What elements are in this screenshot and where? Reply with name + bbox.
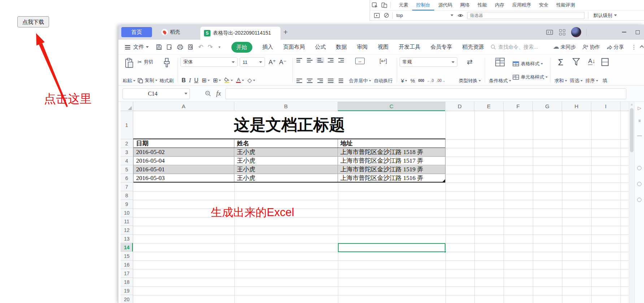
column-header-D[interactable]: D: [445, 102, 474, 111]
customize-toolbar-chevron-icon[interactable]: [218, 47, 221, 48]
thousand-separator-icon[interactable]: 000: [418, 79, 424, 83]
tab-list-icon[interactable]: [546, 30, 553, 35]
ribbon-tab-数据[interactable]: 数据: [336, 44, 347, 50]
download-button[interactable]: 点我下载: [17, 16, 49, 27]
row-header-14[interactable]: 14: [121, 243, 133, 252]
align-right-icon[interactable]: [316, 78, 324, 84]
devtools-tab-源代码[interactable]: 源代码: [434, 0, 456, 10]
sidebar-list-icon[interactable]: ≡: [635, 118, 644, 123]
column-header-A[interactable]: A: [133, 102, 234, 111]
bold-button[interactable]: B: [182, 77, 186, 84]
row-header-16[interactable]: 16: [121, 260, 133, 269]
fill-color-icon[interactable]: [224, 78, 233, 83]
split-handle-icon[interactable]: ≡: [629, 103, 634, 106]
devtools-tab-控制台[interactable]: 控制台: [412, 0, 434, 10]
file-menu[interactable]: 文件: [133, 44, 144, 50]
ribbon-tab-home[interactable]: 开始: [231, 42, 252, 53]
align-middle-icon[interactable]: [306, 57, 314, 63]
increase-indent-icon[interactable]: [337, 57, 345, 63]
fill-handle[interactable]: [444, 251, 446, 253]
ribbon-tab-公式[interactable]: 公式: [315, 44, 326, 50]
cell[interactable]: 姓名: [234, 139, 338, 148]
align-center-icon[interactable]: [306, 78, 314, 84]
devtools-tab-性能评测[interactable]: 性能评测: [552, 0, 579, 10]
cell[interactable]: 王小虎: [234, 148, 338, 156]
new-document-button[interactable]: +: [283, 28, 288, 36]
column-header-C[interactable]: C: [338, 102, 445, 111]
decrease-font-icon[interactable]: A⁻: [279, 58, 286, 66]
clear-console-icon[interactable]: [382, 13, 391, 18]
conditional-format-button[interactable]: 条件格式: [488, 57, 513, 84]
cut-button[interactable]: ✂剪切: [138, 59, 157, 65]
sidebar-tool-icon[interactable]: [637, 166, 641, 170]
type-convert-button[interactable]: ⇄ 类型转换: [457, 57, 482, 84]
column-header-H[interactable]: H: [562, 102, 591, 111]
devtools-tab-性能[interactable]: 性能: [474, 0, 491, 10]
row-header-17[interactable]: 17: [121, 269, 133, 278]
title-cell[interactable]: 这是文档正标题: [133, 111, 445, 139]
row-header-20[interactable]: 20: [121, 295, 133, 303]
sidebar-tool-icon[interactable]: [637, 182, 641, 186]
insert-function-fx[interactable]: fx: [216, 90, 221, 97]
save-icon[interactable]: [156, 44, 162, 50]
ribbon-tab-插入[interactable]: 插入: [262, 44, 273, 50]
paste-button[interactable]: 粘贴: [121, 57, 137, 84]
cell[interactable]: 2016-05-01: [134, 165, 234, 174]
cell[interactable]: 2016-05-03: [134, 174, 234, 182]
wps-home-tab[interactable]: 首页: [121, 27, 152, 37]
draw-border-icon[interactable]: ⊞: [213, 77, 221, 84]
cell[interactable]: 王小虎: [234, 165, 338, 174]
row-header-7[interactable]: 7: [121, 183, 133, 191]
undo-icon[interactable]: ↶: [198, 43, 203, 51]
command-search[interactable]: 查找命令、搜索...: [491, 44, 538, 50]
sidebar-tool-icon[interactable]: [637, 198, 641, 202]
row-header-18[interactable]: 18: [121, 278, 133, 286]
align-bottom-icon[interactable]: [316, 57, 324, 63]
devtools-tab-元素[interactable]: 元素: [395, 0, 412, 10]
row-header-15[interactable]: 15: [121, 252, 133, 260]
devtools-tab-应用程序[interactable]: 应用程序: [508, 0, 535, 10]
more-options-icon[interactable]: ⋮: [631, 44, 637, 50]
increase-font-icon[interactable]: A⁺: [269, 58, 276, 66]
share-button[interactable]: 分享: [606, 44, 624, 50]
avatar[interactable]: [571, 27, 581, 37]
row-header-13[interactable]: 13: [121, 234, 133, 243]
formula-input[interactable]: [225, 88, 626, 99]
decrease-indent-icon[interactable]: [327, 57, 335, 63]
font-name-select[interactable]: 宋体: [180, 57, 238, 67]
minimize-icon[interactable]: [622, 32, 626, 32]
cell[interactable]: 王小虎: [234, 174, 338, 182]
borders-icon[interactable]: ⊞: [201, 77, 209, 84]
percent-icon[interactable]: %: [410, 78, 415, 84]
row-header-1[interactable]: 1: [121, 111, 133, 139]
format-painter-button[interactable]: 格式刷: [158, 57, 175, 84]
inspect-element-icon[interactable]: [370, 2, 379, 8]
vertical-scrollbar[interactable]: ≡: [629, 102, 634, 303]
row-header-9[interactable]: 9: [121, 200, 133, 208]
ribbon-tab-开发工具[interactable]: 开发工具: [399, 44, 421, 50]
row-header-8[interactable]: 8: [121, 191, 133, 200]
cell[interactable]: 2016-05-04: [134, 157, 234, 165]
clear-format-icon[interactable]: ◇: [247, 77, 255, 84]
device-toolbar-icon[interactable]: [379, 2, 389, 8]
column-header-F[interactable]: F: [504, 102, 533, 111]
copy-button[interactable]: 复制: [138, 77, 157, 84]
context-selector[interactable]: top: [394, 13, 456, 18]
row-header-6[interactable]: 6: [121, 174, 133, 183]
apps-grid-icon[interactable]: [559, 29, 565, 35]
underline-button[interactable]: U: [194, 77, 199, 84]
devtools-tab-内存[interactable]: 内存: [491, 0, 508, 10]
column-header-B[interactable]: B: [234, 102, 338, 111]
ribbon-tab-页面布局[interactable]: 页面布局: [283, 44, 305, 50]
text-orientation-icon[interactable]: [337, 78, 345, 84]
filter-button[interactable]: 筛选: [569, 57, 584, 84]
wps-docer-tab[interactable]: 稻壳: [161, 29, 180, 35]
row-header-4[interactable]: 4: [121, 157, 133, 165]
cell-name-box[interactable]: C14: [122, 88, 190, 99]
cell[interactable]: 上海市普陀区金沙江路 1517 弄: [338, 157, 445, 165]
ribbon-tab-视图[interactable]: 视图: [378, 44, 389, 50]
row-header-19[interactable]: 19: [121, 286, 133, 295]
export-pdf-icon[interactable]: [166, 44, 173, 50]
collaborate-button[interactable]: 协作: [582, 44, 600, 50]
log-level-dropdown[interactable]: 默认级别: [593, 12, 617, 19]
